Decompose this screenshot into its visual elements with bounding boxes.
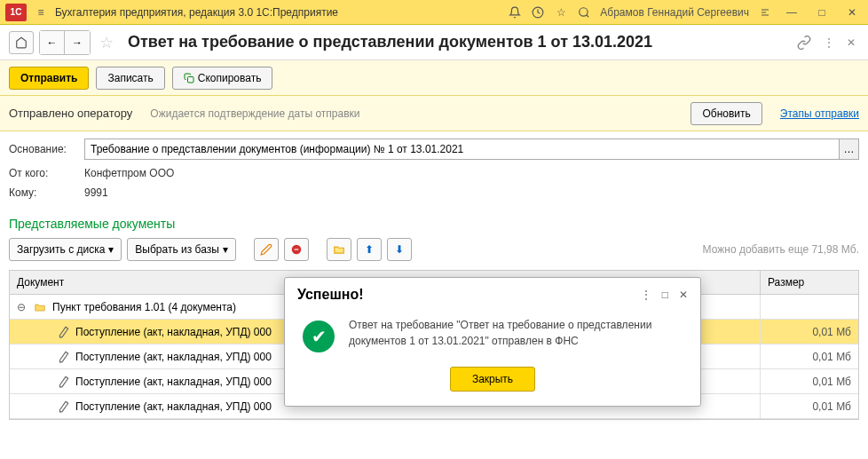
search-icon[interactable] bbox=[577, 5, 591, 20]
doc-edit-icon bbox=[57, 399, 71, 413]
user-name[interactable]: Абрамов Геннадий Сергеевич bbox=[600, 6, 749, 19]
status-bar: Отправлено оператору Ожидается подтвержд… bbox=[0, 96, 868, 131]
collapse-icon[interactable]: ⊖ bbox=[17, 301, 28, 313]
basis-label: Основание: bbox=[9, 143, 84, 155]
dialog-maximize-icon[interactable]: □ bbox=[662, 289, 668, 301]
doc-edit-icon bbox=[57, 349, 71, 363]
row-size: 0,01 Мб bbox=[761, 326, 858, 338]
save-button[interactable]: Записать bbox=[96, 67, 164, 90]
copy-button[interactable]: Скопировать bbox=[172, 67, 273, 90]
svg-point-1 bbox=[580, 7, 588, 15]
nav-toolbar: ← → ☆ Ответ на требование о представлени… bbox=[0, 25, 868, 60]
titlebar: 1C ≡ Бухгалтерия предприятия, редакция 3… bbox=[0, 0, 868, 25]
form-area: Основание: Требование о представлении до… bbox=[0, 131, 868, 213]
doc-edit-icon bbox=[57, 324, 71, 338]
row-doc-name: Поступление (акт, накладная, УПД) 000 bbox=[75, 400, 272, 413]
row-doc-name: Поступление (акт, накладная, УПД) 000 bbox=[75, 326, 272, 338]
size-hint: Можно добавить еще 71,98 Мб. bbox=[703, 243, 859, 256]
success-check-icon: ✔ bbox=[303, 321, 335, 352]
doc-toolbar: Загрузить с диска▾ Выбрать из базы▾ ⬆ ⬇ … bbox=[0, 234, 868, 265]
history-icon[interactable] bbox=[531, 5, 545, 20]
close-window-button[interactable]: ✕ bbox=[841, 5, 863, 20]
to-label: Кому: bbox=[9, 186, 84, 199]
status-waiting: Ожидается подтверждение даты отправки bbox=[150, 107, 673, 120]
star-icon[interactable]: ☆ bbox=[554, 5, 568, 20]
dialog-title: Успешно! bbox=[297, 287, 641, 303]
more-icon[interactable]: ⋮ bbox=[824, 36, 834, 49]
from-label: От кого: bbox=[9, 167, 84, 179]
doc-title: Ответ на требование о представлении доку… bbox=[128, 33, 788, 51]
menu-icon[interactable]: ≡ bbox=[34, 5, 48, 20]
basis-select-button[interactable]: … bbox=[840, 138, 859, 160]
dialog-close-button[interactable]: Закрыть bbox=[450, 367, 535, 392]
svg-rect-2 bbox=[187, 76, 193, 83]
home-button[interactable] bbox=[9, 31, 34, 54]
dialog-text: Ответ на требование "Ответ на требование… bbox=[349, 317, 683, 349]
doc-edit-icon bbox=[57, 374, 71, 388]
move-up-button[interactable]: ⬆ bbox=[357, 238, 382, 261]
col-size[interactable]: Размер bbox=[761, 271, 858, 294]
to-value: 9991 bbox=[84, 186, 108, 199]
row-size: 0,01 Мб bbox=[761, 351, 858, 363]
from-value: Конфетпром ООО bbox=[84, 167, 174, 179]
app-logo: 1C bbox=[5, 4, 27, 21]
row-size: 0,01 Мб bbox=[761, 400, 858, 413]
bell-icon[interactable] bbox=[508, 5, 522, 20]
folder-icon bbox=[33, 301, 47, 313]
minimize-button[interactable]: — bbox=[781, 5, 802, 20]
user-menu-icon[interactable] bbox=[758, 5, 772, 20]
status-sent: Отправлено оператору bbox=[9, 107, 132, 120]
section-title: Представляемые документы bbox=[0, 213, 868, 234]
group-button[interactable] bbox=[327, 238, 351, 261]
edit-button[interactable] bbox=[254, 238, 279, 261]
group-label: Пункт требования 1.01 (4 документа) bbox=[52, 301, 236, 313]
app-title: Бухгалтерия предприятия, редакция 3.0 1С… bbox=[55, 6, 501, 19]
dialog-close-icon[interactable]: ✕ bbox=[679, 289, 688, 301]
favorite-star-icon[interactable]: ☆ bbox=[99, 33, 114, 52]
row-doc-name: Поступление (акт, накладная, УПД) 000 bbox=[75, 351, 272, 363]
back-button[interactable]: ← bbox=[40, 31, 65, 54]
stages-link[interactable]: Этапы отправки bbox=[780, 107, 859, 120]
close-doc-button[interactable]: ✕ bbox=[847, 36, 856, 49]
forward-button[interactable]: → bbox=[65, 31, 90, 54]
select-from-base-button[interactable]: Выбрать из базы▾ bbox=[127, 238, 235, 261]
maximize-button[interactable]: □ bbox=[811, 5, 832, 20]
delete-button[interactable] bbox=[284, 238, 309, 261]
success-dialog: Успешно! ⋮ □ ✕ ✔ Ответ на требование "От… bbox=[284, 277, 701, 407]
load-from-disk-button[interactable]: Загрузить с диска▾ bbox=[9, 238, 122, 261]
row-doc-name: Поступление (акт, накладная, УПД) 000 bbox=[75, 376, 272, 388]
refresh-button[interactable]: Обновить bbox=[690, 102, 761, 125]
move-down-button[interactable]: ⬇ bbox=[387, 238, 412, 261]
dialog-more-icon[interactable]: ⋮ bbox=[641, 289, 651, 301]
basis-input[interactable]: Требование о представлении документов (и… bbox=[84, 138, 840, 160]
action-bar: Отправить Записать Скопировать bbox=[0, 60, 868, 96]
send-button[interactable]: Отправить bbox=[9, 67, 89, 90]
row-size: 0,01 Мб bbox=[761, 376, 858, 388]
link-icon[interactable] bbox=[797, 36, 811, 50]
